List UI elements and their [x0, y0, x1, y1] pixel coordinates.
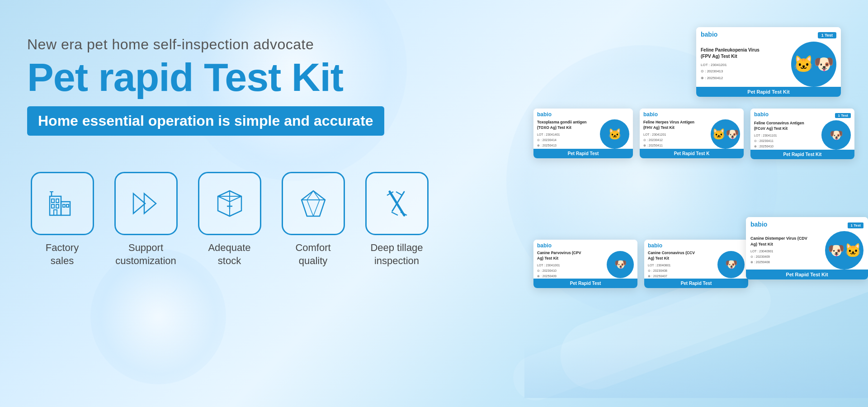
svg-line-25: [307, 200, 313, 216]
svg-rect-4: [52, 204, 54, 208]
features-row: Factorysales Supportcustomization: [27, 172, 434, 267]
tools-icon: [381, 187, 413, 220]
product-meta: LOT : 23040901⊙ : 20230409⊕ : 20250408: [750, 249, 821, 265]
customize-icon: [130, 187, 162, 220]
subtitle: New era pet home self-inspection advocat…: [27, 36, 434, 53]
product-name: Feline Panleukopenia Virus(FPV Ag) Test …: [701, 47, 787, 60]
box-footer: Pet Rapid Test K: [640, 149, 744, 158]
product-box-cpv: babio Canine Parvovirus (CPVAg) Test Kit…: [533, 240, 637, 288]
svg-line-30: [396, 192, 402, 195]
box-footer: Pet Rapid Test Kit: [696, 87, 841, 97]
svg-line-16: [218, 196, 230, 202]
feature-adequate-stock: Adequatestock: [194, 172, 264, 267]
animal-circle: 🐶🐱: [825, 231, 863, 270]
brand-label: babio: [643, 111, 740, 118]
box-icon: [213, 187, 246, 220]
right-products: babio 1 Test Feline Panleukopenia Virus(…: [524, 18, 868, 398]
animal-circle: 🐱🐶: [711, 119, 740, 149]
factory-sales-label: Factorysales: [46, 241, 79, 267]
box-footer: Pet Rapid Test Kit: [750, 150, 854, 159]
product-meta: LOT : 23041101⊙ : 20230411⊕ : 20250410: [754, 133, 819, 149]
main-title: Pet rapid Test Kit: [27, 57, 434, 97]
svg-rect-8: [54, 210, 57, 215]
product-name: Feline Herpes Virus Antigen(FHV Ag) Test…: [643, 120, 708, 131]
product-box-cdv: babio 1 Test Canine Distemper Virus (CDV…: [746, 217, 868, 279]
svg-rect-5: [56, 204, 59, 208]
comfort-quality-label: Comfortquality: [295, 241, 330, 267]
product-box-ccv: babio Canine Coronavirus (CCVAg) Test Ki…: [644, 240, 748, 288]
brand-label: babio: [537, 111, 629, 118]
badge-1test: 1 Test: [818, 32, 836, 38]
animal-circle: 🐶: [607, 251, 634, 278]
brand-label: babio: [648, 242, 745, 249]
deep-tillage-label: Deep tillageinspection: [370, 241, 423, 267]
box-footer: Pet Rapid Test: [533, 279, 637, 288]
badge-1test: 1 Test: [848, 222, 863, 228]
product-meta: LOT : 23041001⊙ : 20230410⊕ : 20250409: [537, 263, 604, 279]
banner: New era pet home self-inspection advocat…: [0, 0, 868, 407]
feature-deep-tillage: Deep tillageinspection: [362, 172, 432, 267]
factory-sales-icon-box: [31, 172, 94, 235]
svg-rect-2: [52, 199, 54, 203]
reflection: [524, 344, 868, 398]
svg-marker-11: [133, 194, 145, 213]
svg-marker-20: [302, 191, 325, 216]
box-footer: Pet Rapid Test: [533, 149, 633, 158]
deep-tillage-icon-box: [365, 172, 429, 235]
product-name: Feline Coronavirus Antigen(FCoV Ag) Test…: [754, 121, 819, 132]
product-meta: LOT : 23040801⊙ : 20230408⊕ : 20250407: [648, 263, 715, 279]
product-box-fpv: babio 1 Test Feline Panleukopenia Virus(…: [696, 27, 841, 97]
adequate-stock-label: Adequatestock: [208, 241, 250, 267]
brand-label: babio: [750, 221, 767, 228]
product-grid: babio 1 Test Feline Panleukopenia Virus(…: [524, 18, 868, 398]
animal-circle: 🐱🐶: [791, 42, 836, 87]
svg-rect-6: [63, 204, 65, 207]
brand-label: babio: [701, 31, 717, 38]
feature-support-customization: Supportcustomization: [111, 172, 181, 267]
diamond-icon: [297, 187, 330, 220]
product-box-fcov: babio 1 Test Feline Coronavirus Antigen(…: [750, 109, 854, 159]
product-name: Toxoplasma gondii antigen(TOXO Ag) Test …: [537, 120, 597, 131]
left-content: New era pet home self-inspection advocat…: [27, 36, 434, 267]
svg-rect-3: [56, 199, 59, 203]
svg-line-24: [302, 200, 307, 216]
svg-line-31: [392, 212, 398, 215]
svg-line-17: [230, 196, 241, 202]
product-meta: LOT : 23041201⊙ : 20230412⊕ : 20250411: [643, 132, 708, 148]
feature-comfort-quality: Comfortquality: [278, 172, 348, 267]
product-name: Canine Parvovirus (CPVAg) Test Kit: [537, 251, 604, 261]
product-name: Canine Distemper Virus (CDVAg) Test Kit: [750, 236, 821, 247]
animal-circle: 🐱: [600, 119, 629, 149]
svg-line-26: [313, 200, 320, 216]
product-box-toxo: babio Toxoplasma gondii antigen(TOXO Ag)…: [533, 109, 633, 158]
adequate-stock-icon-box: [198, 172, 261, 235]
animal-circle: 🐶: [717, 251, 745, 278]
comfort-quality-icon-box: [282, 172, 345, 235]
brand-label: babio: [754, 111, 769, 118]
building-icon: [46, 187, 79, 220]
brand-label: babio: [537, 242, 634, 249]
tagline: Home essential operation is simple and a…: [27, 106, 384, 136]
feature-factory-sales: Factorysales: [27, 172, 97, 267]
product-meta: LOT : 23041401⊙ : 20230414⊕ : 20250413: [537, 132, 597, 148]
product-box-fhv: babio Feline Herpes Virus Antigen(FHV Ag…: [640, 109, 744, 158]
product-meta: LOT : 23041201 ⊙ : 20230413 ⊕ : 20250412: [701, 62, 787, 81]
support-customization-label: Supportcustomization: [115, 241, 176, 267]
badge-1test: 1 Test: [835, 113, 851, 118]
box-footer: Pet Rapid Test Kit: [746, 270, 868, 279]
animal-circle: 🐶: [821, 120, 851, 150]
box-footer: Pet Rapid Test: [644, 279, 748, 288]
bg-decoration: [90, 249, 226, 384]
svg-rect-1: [61, 202, 70, 215]
support-customization-icon-box: [114, 172, 178, 235]
svg-rect-7: [66, 204, 69, 207]
product-name: Canine Coronavirus (CCVAg) Test Kit: [648, 251, 715, 261]
